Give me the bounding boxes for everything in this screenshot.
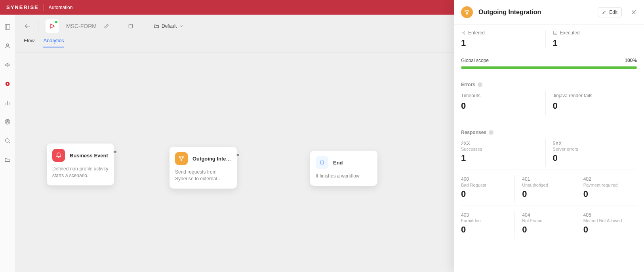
- folder-icon[interactable]: [4, 156, 11, 163]
- edit-button[interactable]: Edit: [598, 7, 622, 17]
- svg-rect-25: [553, 31, 557, 35]
- megaphone-icon[interactable]: [4, 61, 11, 68]
- resp-404-code: 404: [522, 212, 575, 219]
- layout-icon[interactable]: [4, 23, 11, 30]
- resp-5xx-value: 0: [553, 153, 637, 163]
- folder-label: Default: [162, 23, 177, 29]
- resp-2xx-sub: Successes: [461, 147, 545, 151]
- folder-small-icon: [154, 23, 159, 29]
- svg-point-2: [6, 44, 8, 46]
- node-desc: Send requests from Synerise to external…: [175, 169, 231, 182]
- timeouts-cell: Timeouts 0: [461, 91, 545, 115]
- resp-401-sub: Unauthorised: [522, 183, 575, 187]
- entered-value: 1: [461, 38, 545, 48]
- executed-label: Executed: [560, 30, 580, 36]
- svg-rect-19: [320, 161, 324, 164]
- back-icon[interactable]: [24, 23, 31, 30]
- responses-header: Responses: [461, 130, 486, 135]
- resp-2xx-code: 2XX: [461, 141, 545, 147]
- edit-label: Edit: [609, 9, 617, 15]
- panel-body[interactable]: Entered 1 Executed 1 Global scope 100% E…: [454, 25, 644, 272]
- tab-analytics[interactable]: Analytics: [43, 38, 64, 47]
- responses-section: Responses 2XX Successes 1 5XX Server err…: [454, 124, 644, 241]
- jinja-cell: Jinjava render fails 0: [545, 91, 637, 115]
- executed-cell: Executed 1: [545, 30, 637, 48]
- run-button[interactable]: [46, 19, 59, 33]
- edit-name-icon[interactable]: [104, 23, 109, 29]
- status-dot-icon: [55, 21, 57, 23]
- bell-icon: [52, 149, 65, 162]
- node-desc: Defined non-profile activity starts a sc…: [52, 166, 109, 179]
- user-icon[interactable]: [4, 42, 11, 49]
- resp-403-sub: Forbidden: [461, 218, 514, 223]
- scope-percent: 100%: [625, 58, 637, 63]
- resp-403-value: 0: [461, 225, 514, 235]
- check-icon: [553, 30, 558, 35]
- info-icon[interactable]: [478, 82, 482, 87]
- node-end[interactable]: End It finishes a workflow: [310, 151, 377, 186]
- resp-2xx-value: 1: [461, 153, 545, 163]
- node-business-event[interactable]: Business Event Defined non-profile activ…: [47, 144, 114, 185]
- integration-icon: [461, 6, 473, 18]
- resp-403-cell: 403 Forbidden 0: [461, 211, 514, 239]
- svg-marker-14: [51, 24, 54, 28]
- resp-402-value: 0: [583, 189, 637, 199]
- resp-5xx-sub: Server errors: [553, 147, 637, 151]
- resp-400-cell: 400 Bad Request 0: [461, 175, 514, 203]
- node-title: Business Event: [70, 153, 108, 159]
- output-port[interactable]: [237, 154, 239, 156]
- external-icon[interactable]: [128, 23, 134, 29]
- resp-2xx-cell: 2XX Successes 1: [461, 139, 545, 168]
- info-icon[interactable]: [489, 130, 493, 135]
- errors-header: Errors: [461, 82, 475, 87]
- resp-405-cell: 405 Method Not Allowed 0: [576, 211, 637, 239]
- left-nav: [0, 15, 15, 272]
- resp-402-code: 402: [583, 176, 637, 183]
- jinja-value: 0: [553, 101, 637, 111]
- resp-405-value: 0: [583, 225, 637, 235]
- tab-flow[interactable]: Flow: [24, 38, 34, 47]
- brand-block: synerise Automation: [6, 4, 72, 11]
- svg-line-12: [8, 142, 10, 143]
- resp-402-cell: 402 Payment required 0: [576, 175, 637, 203]
- svg-point-18: [181, 160, 182, 161]
- close-icon[interactable]: [631, 9, 637, 15]
- svg-point-22: [467, 13, 468, 14]
- node-outgoing-integration[interactable]: Outgoing Integr… Send requests from Syne…: [170, 147, 237, 189]
- chevron-down-icon: [179, 24, 184, 28]
- enter-icon: [461, 30, 466, 35]
- node-title: End: [333, 160, 343, 166]
- resp-5xx-code: 5XX: [553, 141, 637, 147]
- toolbar-divider: [38, 21, 38, 32]
- svg-rect-0: [5, 25, 10, 29]
- resp-401-cell: 401 Unauthorised 0: [514, 175, 575, 203]
- resp-400-sub: Bad Request: [461, 183, 514, 187]
- node-title: Outgoing Integr…: [192, 156, 231, 162]
- output-port[interactable]: [114, 151, 116, 153]
- resp-405-sub: Method Not Allowed: [583, 218, 637, 223]
- folder-picker[interactable]: Default: [154, 23, 184, 29]
- errors-section: Errors Timeouts 0 Jinjava render fails 0: [454, 76, 644, 117]
- panel-title: Outgoing Integration: [478, 9, 592, 16]
- scope-label: Global scope: [461, 58, 489, 63]
- logo[interactable]: synerise: [6, 4, 39, 10]
- timeouts-value: 0: [461, 101, 545, 111]
- pencil-icon: [602, 10, 607, 15]
- resp-402-sub: Payment required: [583, 183, 637, 187]
- automation-icon[interactable]: [4, 80, 11, 87]
- resp-400-value: 0: [461, 189, 514, 199]
- entered-label: Entered: [468, 30, 485, 36]
- scope-block: Global scope 100%: [454, 55, 644, 69]
- svg-point-10: [7, 121, 8, 122]
- resp-405-code: 405: [583, 212, 637, 219]
- chart-icon[interactable]: [4, 99, 11, 106]
- search-icon[interactable]: [4, 137, 11, 144]
- node-desc: It finishes a workflow: [316, 173, 372, 179]
- resp-404-cell: 404 Not Found 0: [514, 211, 575, 239]
- timeouts-label: Timeouts: [461, 93, 545, 99]
- resp-404-sub: Not Found: [522, 218, 575, 223]
- jinja-label: Jinjava render fails: [553, 93, 637, 99]
- resp-5xx-cell: 5XX Server errors 0: [545, 139, 637, 168]
- target-icon[interactable]: [4, 118, 11, 125]
- workflow-name: MSC-FORM: [66, 23, 97, 29]
